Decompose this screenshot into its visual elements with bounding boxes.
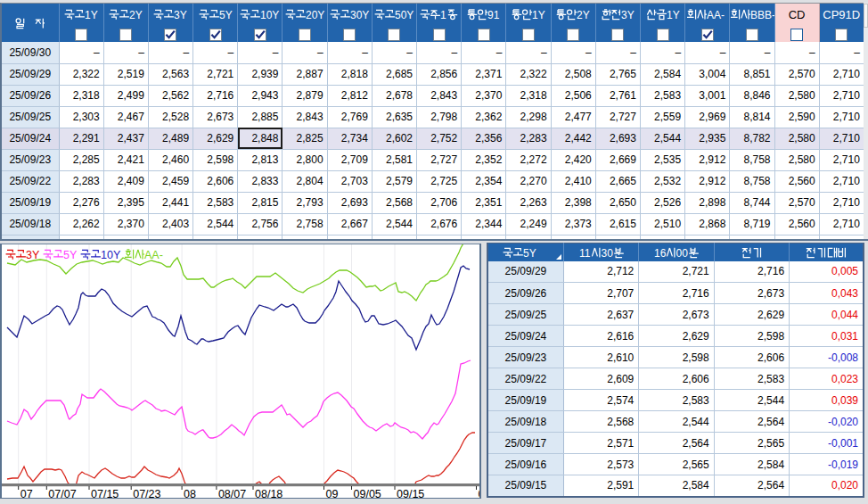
- svg-text:91: 91: [487, 9, 500, 21]
- svg-text:AA-: AA-: [144, 249, 163, 261]
- svg-text:09/05: 09/05: [354, 488, 381, 500]
- svg-text:AA-: AA-: [707, 9, 725, 21]
- svg-text:07: 07: [20, 488, 33, 500]
- svg-text:07/07: 07/07: [48, 488, 76, 500]
- svg-text:08/07: 08/07: [218, 488, 246, 500]
- svg-text:16: 16: [654, 247, 667, 259]
- svg-text:2Y: 2Y: [577, 9, 590, 21]
- svg-text:10Y: 10Y: [260, 9, 279, 21]
- svg-text:1Y: 1Y: [532, 9, 545, 21]
- svg-text:1: 1: [440, 9, 446, 21]
- svg-text:3Y: 3Y: [174, 9, 187, 21]
- svg-text:09/15: 09/15: [397, 488, 424, 500]
- svg-text:10Y: 10Y: [101, 249, 121, 261]
- svg-text:BBB-: BBB-: [750, 9, 774, 21]
- svg-text:3Y: 3Y: [621, 9, 635, 21]
- svg-text:20Y: 20Y: [306, 9, 324, 21]
- svg-text:30: 30: [601, 247, 613, 259]
- svg-text:3Y: 3Y: [26, 249, 40, 261]
- svg-text:00: 00: [676, 247, 688, 259]
- svg-text:11: 11: [579, 247, 591, 259]
- svg-text:5Y: 5Y: [523, 247, 536, 259]
- svg-text:08: 08: [184, 488, 196, 500]
- svg-text:1Y: 1Y: [85, 9, 98, 21]
- svg-text:5Y: 5Y: [63, 249, 78, 261]
- svg-text:30Y: 30Y: [350, 9, 369, 21]
- svg-text:08/18: 08/18: [255, 488, 283, 500]
- svg-text:2Y: 2Y: [129, 9, 143, 21]
- svg-text:07/23: 07/23: [133, 488, 160, 500]
- svg-text:09: 09: [326, 488, 339, 500]
- svg-text:50Y: 50Y: [395, 9, 414, 21]
- svg-text:5Y: 5Y: [219, 9, 233, 21]
- svg-text:1Y: 1Y: [667, 9, 680, 21]
- svg-text:07/15: 07/15: [91, 488, 119, 500]
